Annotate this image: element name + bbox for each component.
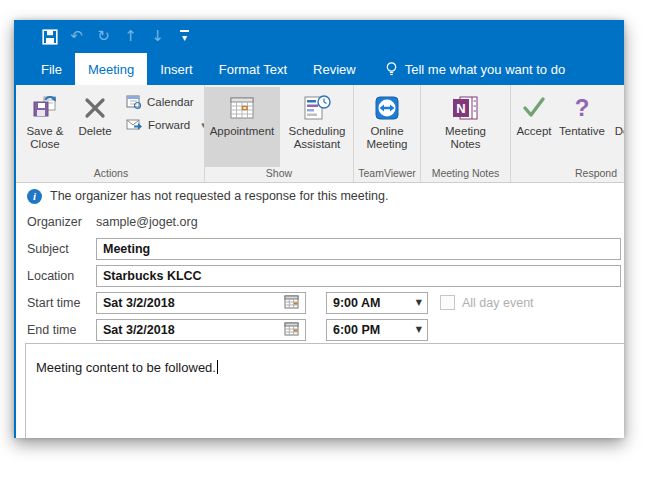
- date-picker-icon[interactable]: [284, 295, 300, 310]
- title-bar: ↶ ↻ ↑ ↓ ▾: [16, 20, 624, 53]
- appointment-label: Appointment: [210, 125, 275, 138]
- info-message: The organizer has not requested a respon…: [50, 189, 388, 203]
- scheduling-assistant-icon: [302, 91, 332, 125]
- end-time-dropdown[interactable]: 6:00 PM ▼: [326, 319, 428, 341]
- group-label-show: Show: [205, 167, 353, 182]
- group-label-actions: Actions: [18, 167, 204, 182]
- move-up-icon[interactable]: ↑: [117, 24, 144, 50]
- save-and-close-label-2: Close: [30, 138, 59, 151]
- dropdown-arrow-icon[interactable]: ▼: [416, 298, 422, 307]
- meeting-window: ↶ ↻ ↑ ↓ ▾ File Meeting Insert Format Tex…: [14, 20, 624, 438]
- teamviewer-icon: [373, 91, 401, 125]
- organizer-value: sample@joget.org: [96, 215, 198, 229]
- forward-button[interactable]: Forward ▾: [123, 118, 209, 132]
- start-time-row: Start time Sat 3/2/2018 9:00 AM ▼ All da…: [16, 289, 624, 316]
- end-date-input[interactable]: Sat 3/2/2018: [96, 319, 306, 341]
- all-day-checkbox[interactable]: [440, 295, 455, 310]
- ribbon-tab-bar: File Meeting Insert Format Text Review T…: [16, 53, 624, 85]
- info-bar: i The organizer has not requested a resp…: [16, 183, 624, 209]
- decline-x-icon: [622, 91, 624, 125]
- ribbon-group-teamviewer: Online Meeting TeamViewer: [354, 85, 421, 182]
- scheduling-assistant-label-1: Scheduling: [289, 125, 346, 138]
- ribbon-group-respond: Accept ? Tentative Decline Respond: [511, 85, 624, 182]
- location-input[interactable]: Starbucks KLCC: [96, 265, 621, 287]
- meeting-body-editor[interactable]: Meeting content to be followed.: [25, 343, 624, 438]
- forward-icon: [126, 118, 143, 132]
- group-label-meeting-notes: Meeting Notes: [421, 167, 510, 182]
- save-and-close-icon: [31, 91, 59, 125]
- decline-button[interactable]: Decline: [609, 87, 624, 167]
- start-time-dropdown[interactable]: 9:00 AM ▼: [326, 292, 428, 314]
- group-label-respond: Respond: [511, 167, 624, 182]
- ribbon: Save & Close Delete: [16, 85, 624, 183]
- end-time-label: End time: [27, 323, 96, 337]
- scheduling-assistant-button[interactable]: Scheduling Assistant: [280, 87, 354, 167]
- accept-label: Accept: [516, 125, 551, 138]
- location-label: Location: [27, 269, 96, 283]
- undo-icon[interactable]: ↶: [63, 24, 90, 50]
- tab-file[interactable]: File: [28, 53, 75, 85]
- svg-text:N: N: [456, 101, 465, 116]
- all-day-label: All day event: [462, 296, 534, 310]
- tentative-label: Tentative: [559, 125, 605, 138]
- move-down-icon[interactable]: ↓: [144, 24, 171, 50]
- lightbulb-icon: [385, 61, 398, 77]
- subject-label: Subject: [27, 242, 96, 256]
- meeting-notes-label-2: Notes: [450, 138, 480, 151]
- delete-button[interactable]: Delete: [70, 87, 120, 167]
- delete-label: Delete: [78, 125, 111, 138]
- forward-label: Forward: [148, 119, 190, 131]
- tab-format-text[interactable]: Format Text: [206, 53, 300, 85]
- date-picker-icon[interactable]: [284, 322, 300, 337]
- online-meeting-button[interactable]: Online Meeting: [362, 87, 412, 167]
- online-meeting-label-1: Online: [370, 125, 403, 138]
- online-meeting-label-2: Meeting: [367, 138, 408, 151]
- group-label-teamviewer: TeamViewer: [354, 167, 420, 182]
- tentative-button[interactable]: ? Tentative: [555, 87, 609, 167]
- calendar-label: Calendar: [147, 96, 194, 108]
- accept-check-icon: [521, 91, 547, 125]
- subject-input[interactable]: Meeting: [96, 238, 621, 260]
- tell-me-label: Tell me what you want to do: [405, 62, 565, 77]
- dropdown-arrow-icon[interactable]: ▼: [416, 325, 422, 334]
- save-floppy-glyph: [42, 29, 58, 45]
- save-and-close-button[interactable]: Save & Close: [20, 87, 70, 167]
- tab-meeting[interactable]: Meeting: [75, 53, 147, 85]
- organizer-label: Organizer: [27, 215, 96, 229]
- appointment-button[interactable]: Appointment: [204, 87, 280, 167]
- tentative-question-icon: ?: [575, 91, 590, 125]
- delete-icon: [83, 91, 107, 125]
- appointment-icon: [228, 91, 256, 125]
- subject-row: Subject Meeting: [16, 235, 624, 262]
- ribbon-group-show: Appointment: [205, 85, 354, 182]
- location-row: Location Starbucks KLCC: [16, 262, 624, 289]
- tab-insert[interactable]: Insert: [147, 53, 206, 85]
- info-icon: i: [27, 189, 42, 204]
- organizer-row: Organizer sample@joget.org: [16, 209, 624, 235]
- ribbon-group-meeting-notes: N Meeting Notes Meeting Notes: [421, 85, 511, 182]
- all-day-event-option[interactable]: All day event: [440, 295, 534, 310]
- calendar-button[interactable]: Calendar: [123, 94, 209, 110]
- meeting-notes-button[interactable]: N Meeting Notes: [441, 87, 491, 167]
- scheduling-assistant-label-2: Assistant: [294, 138, 341, 151]
- tab-review[interactable]: Review: [300, 53, 369, 85]
- customize-quick-access-icon[interactable]: ▾: [171, 24, 198, 50]
- ribbon-group-actions: Save & Close Delete: [18, 85, 205, 182]
- meeting-notes-label-1: Meeting: [445, 125, 486, 138]
- start-time-label: Start time: [27, 296, 96, 310]
- meeting-body-text: Meeting content to be followed.: [36, 360, 216, 375]
- calendar-icon: [126, 94, 142, 110]
- redo-icon[interactable]: ↻: [90, 24, 117, 50]
- start-date-input[interactable]: Sat 3/2/2018: [96, 292, 306, 314]
- onenote-icon: N: [451, 91, 481, 125]
- save-and-close-label-1: Save &: [26, 125, 63, 138]
- text-cursor: [217, 360, 218, 374]
- tell-me-box[interactable]: Tell me what you want to do: [385, 53, 565, 85]
- accept-button[interactable]: Accept: [513, 87, 555, 167]
- decline-label: Decline: [615, 125, 624, 138]
- save-icon[interactable]: [36, 24, 63, 50]
- end-time-row: End time Sat 3/2/2018 6:00 PM ▼: [16, 316, 624, 343]
